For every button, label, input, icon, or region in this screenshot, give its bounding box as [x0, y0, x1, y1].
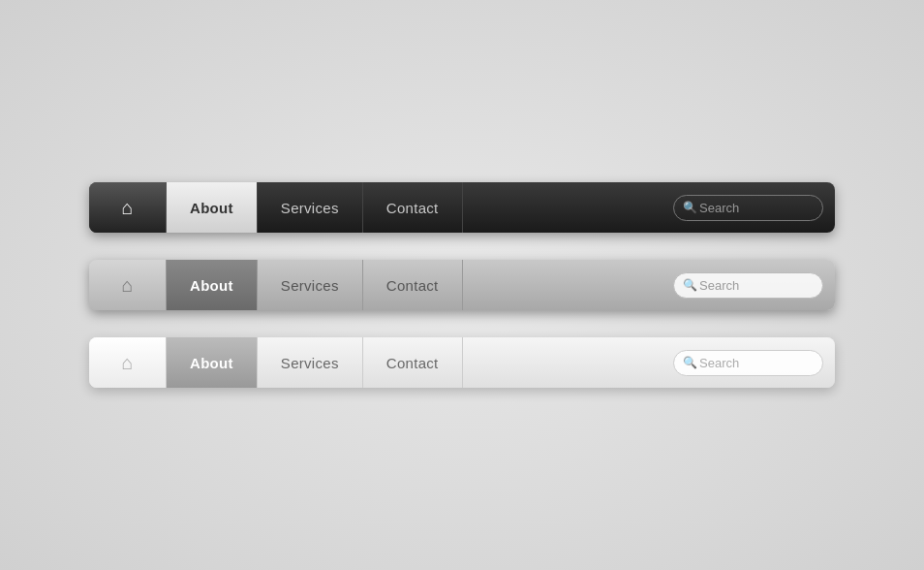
search-container-dark: 🔍	[673, 195, 823, 221]
nav-about-dark[interactable]: About	[167, 182, 258, 233]
navbar-dark: ⌂ About Services Contact 🔍	[89, 182, 835, 233]
home-icon-light: ⌂	[121, 352, 133, 374]
navbar-medium: ⌂ About Services Contact 🔍	[89, 260, 835, 310]
navbar-light: ⌂ About Services Contact 🔍	[89, 337, 835, 388]
search-input-medium[interactable]	[673, 272, 823, 299]
search-container-medium: 🔍	[673, 272, 823, 299]
nav-about-light[interactable]: About	[167, 337, 258, 388]
search-input-dark[interactable]	[673, 195, 823, 221]
home-icon-medium: ⌂	[121, 274, 133, 297]
search-input-light[interactable]	[673, 350, 823, 376]
nav-services-medium[interactable]: Services	[258, 260, 363, 310]
home-button-medium[interactable]: ⌂	[89, 260, 167, 310]
search-area-medium: 🔍	[463, 260, 835, 310]
nav-about-medium[interactable]: About	[167, 260, 258, 310]
nav-contact-dark[interactable]: Contact	[363, 182, 463, 233]
search-area-dark: 🔍	[463, 182, 835, 233]
search-container-light: 🔍	[673, 350, 823, 376]
nav-contact-light[interactable]: Contact	[363, 337, 463, 388]
home-icon-dark: ⌂	[121, 197, 133, 219]
home-button-light[interactable]: ⌂	[89, 337, 167, 388]
nav-services-dark[interactable]: Services	[258, 182, 363, 233]
nav-services-light[interactable]: Services	[258, 337, 363, 388]
home-button-dark[interactable]: ⌂	[89, 182, 167, 233]
nav-contact-medium[interactable]: Contact	[363, 260, 463, 310]
search-area-light: 🔍	[463, 337, 835, 388]
